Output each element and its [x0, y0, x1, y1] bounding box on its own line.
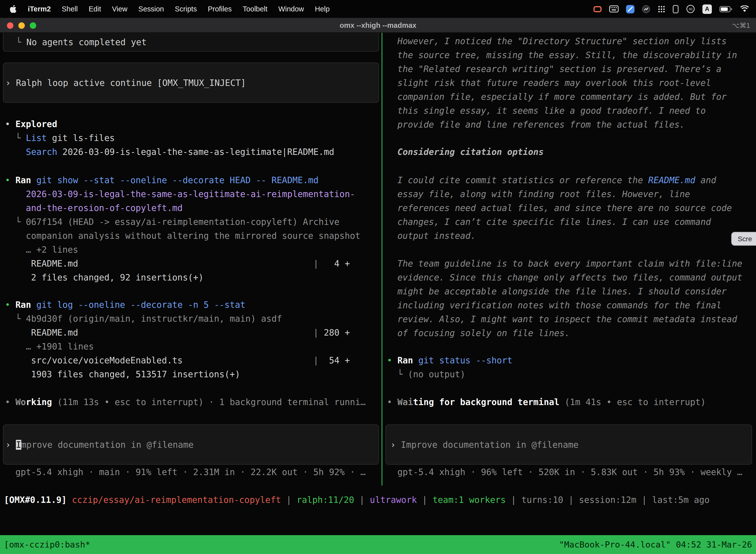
pane-left[interactable]: └ No agents completed yet› Ralph loop ac… [0, 33, 381, 496]
window-title: omx --xhigh --madmax [0, 18, 756, 33]
text-segment: 4b9d30f (origin/main, instructkr/main, m… [26, 314, 282, 324]
text-segment: slight risk that future readers may over… [387, 78, 711, 88]
terminal-line: src/voice/voiceModeEnabled.ts | 54 + [5, 353, 381, 367]
terminal-line: • Working (11m 13s • esc to interrupt) ·… [5, 395, 381, 409]
text-segment: Ran [15, 175, 31, 185]
text-segment: • [5, 119, 15, 129]
text-segment: 1903 files changed, 513517 insertions(+) [5, 369, 240, 379]
text-segment: companion analysis without altering the … [5, 231, 360, 241]
apple-menu-icon[interactable] [0, 5, 22, 13]
terminal-line: The team guideline is to back every impo… [387, 257, 756, 271]
omx-mode-label: ultrawork [370, 495, 417, 505]
text-segment: · 1 background terminal runni… [204, 397, 366, 407]
text-segment: 2 files changed, 92 insertions(+) [5, 273, 204, 282]
gauge-icon[interactable]: .61 [686, 4, 695, 13]
window-title-bar: omx --xhigh --madmax ⌥⌘1 [0, 18, 756, 33]
battery-icon[interactable] [719, 6, 733, 12]
text-segment: src/voice/voiceModeEnabled.ts [5, 355, 183, 365]
text-segment: … +1901 lines [5, 341, 94, 351]
terminal-line: 2026-03-09-is-legal-the-same-as-legitima… [5, 187, 381, 201]
text-segment: git ls-files [47, 133, 115, 143]
text-segment: | [313, 355, 318, 365]
text-segment: and-the-erosion-of-copyleft.md [5, 203, 183, 213]
screen: iTerm2ShellEditViewSessionScriptsProfile… [0, 0, 756, 554]
text-segment: gpt-5.4 xhigh · main · 91% left · 2.31M … [5, 467, 366, 477]
terminal-line: companion analysis without altering the … [5, 229, 381, 243]
text-segment: | [354, 495, 370, 505]
ran-git-status-entry: • Ran git status --short └ (no output) [382, 353, 756, 381]
text-segment: However, I noticed the "Directory Struct… [387, 36, 727, 46]
text-segment: | [417, 495, 433, 505]
tmux-session-label: [omx-cczip0:bash* [4, 538, 90, 552]
terminal-line: references need actual files, and since … [387, 201, 756, 215]
prompt-input[interactable]: › Improve documentation in @filename [3, 425, 379, 465]
pane-right[interactable]: However, I noticed the "Directory Struct… [382, 33, 756, 496]
menu-item-help[interactable]: Help [310, 0, 335, 18]
terminal-line: README.md | 4 + [5, 257, 381, 271]
text-segment: README.md [648, 175, 695, 185]
terminal-line: gpt-5.4 xhigh · 96% left · 520K in · 5.8… [387, 465, 756, 479]
dots-grid-icon[interactable] [658, 5, 665, 13]
text-segment: The team guideline is to back every impo… [387, 259, 742, 269]
keyboard-icon[interactable] [609, 5, 619, 12]
text-segment [183, 355, 313, 365]
terminal-line: the source tree, missing the essay. Stil… [387, 48, 756, 62]
menu-item-iterm2[interactable]: iTerm2 [22, 0, 56, 18]
menu-item-profiles[interactable]: Profiles [202, 0, 237, 18]
terminal-line: • Ran git show --stat --oneline --decora… [5, 173, 381, 187]
terminal-line: › Improve documentation in @filename [390, 438, 752, 451]
stats-icon[interactable] [642, 5, 650, 13]
text-segment: git show --stat --oneline --decorate HEA… [36, 175, 318, 185]
terminal-line: gpt-5.4 xhigh · main · 91% left · 2.31M … [5, 465, 381, 479]
text-segment: • [5, 397, 15, 407]
terminal-line: companion file, especially if more comme… [387, 90, 756, 104]
text-segment: List [26, 133, 47, 143]
text-segment [5, 147, 26, 157]
menu-item-window[interactable]: Window [273, 0, 309, 18]
text-segment [52, 397, 57, 407]
window-shortcut-hint: ⌥⌘1 [732, 18, 750, 33]
terminal-line: provide file and line references from th… [387, 118, 756, 131]
wifi-icon[interactable] [740, 5, 749, 12]
menu-item-shell[interactable]: Shell [56, 0, 83, 18]
text-segment: gpt-5.4 xhigh · 96% left · 520K in · 5.8… [387, 467, 742, 477]
terminal-line: • Ran git status --short [387, 353, 756, 367]
text-segment: and [695, 175, 716, 185]
text-segment: Wai [397, 397, 413, 407]
agents-widget-tail: └ No agents completed yet [3, 33, 379, 52]
model-status-line: gpt-5.4 xhigh · main · 91% left · 2.31M … [0, 465, 381, 479]
menu-item-toolbelt[interactable]: Toolbelt [237, 0, 273, 18]
screen-share-tooltip[interactable]: Scre [731, 232, 756, 246]
text-segment: └ [5, 133, 26, 143]
text-segment: | [506, 495, 521, 505]
device-icon[interactable] [673, 5, 679, 13]
menu-item-view[interactable]: View [107, 0, 133, 18]
text-segment: └ [5, 314, 26, 324]
raycast-icon[interactable] [626, 5, 634, 13]
omx-status-bar: [OMX#0.11.9] cczip/essay/ai-reimplementa… [0, 493, 756, 507]
text-segment: Considering citation options [397, 147, 544, 157]
text-segment: I could cite commit statistics or refere… [387, 175, 648, 185]
text-segment: Search [26, 147, 57, 157]
text-segment: this single essay, it seems like a good … [387, 106, 706, 116]
text-segment [387, 147, 397, 157]
text-segment: • [5, 300, 15, 310]
text-segment: └ [5, 217, 26, 227]
text-segment: changes, I can’t cite specific file line… [387, 217, 711, 227]
screen-recording-icon[interactable] [593, 6, 602, 12]
text-segment: evidence. Since this change only affects… [387, 273, 742, 282]
text-segment: essay file, along with finding root file… [387, 189, 690, 199]
text-segment: mprove documentation in @filename [21, 440, 193, 449]
text-segment [413, 355, 418, 365]
menu-item-scripts[interactable]: Scripts [170, 0, 202, 18]
prompt-input[interactable]: › Improve documentation in @filename [385, 425, 752, 465]
omx-session-label: session:12m [579, 495, 636, 505]
menu-item-session[interactable]: Session [133, 0, 170, 18]
terminal-line: README.md | 280 + [5, 326, 381, 340]
text-segment [559, 397, 565, 407]
input-source-icon[interactable]: A [702, 4, 712, 14]
menu-item-edit[interactable]: Edit [83, 0, 107, 18]
reasoning-heading: Considering citation options [382, 145, 756, 159]
text-segment: └ [5, 37, 26, 47]
text-segment: 280 + [318, 328, 350, 338]
